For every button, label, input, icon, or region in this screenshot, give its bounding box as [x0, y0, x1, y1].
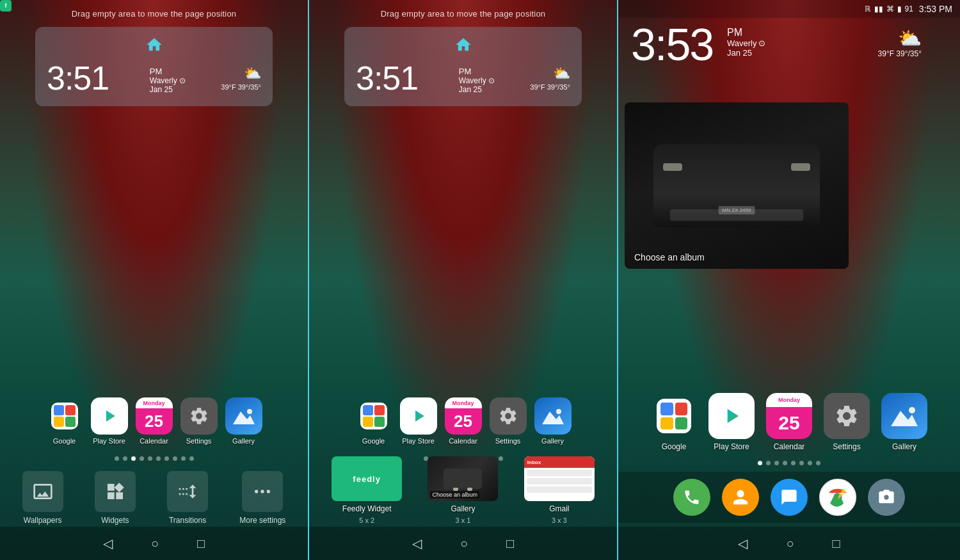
menu-item-widgets[interactable]: Widgets — [95, 471, 136, 525]
gallery-widget-thumb: Choose an album — [428, 456, 498, 501]
rdot-2[interactable] — [774, 461, 779, 465]
nav-recent-left[interactable]: □ — [197, 536, 205, 551]
calendar-label-left: Calendar — [140, 437, 168, 445]
nav-recent-mid[interactable]: □ — [506, 536, 514, 551]
dock-phone[interactable] — [673, 479, 710, 516]
gallery-bg-left — [225, 397, 262, 435]
gallery-mountain-svg-left — [233, 406, 255, 426]
right-ampm: PM — [727, 27, 765, 38]
dot-0[interactable] — [115, 456, 119, 461]
settings-icon-left — [180, 397, 218, 435]
dot-4[interactable] — [148, 456, 152, 461]
gmail-row-1 — [527, 470, 592, 476]
middle-city: Waverly ⊙ — [459, 76, 495, 85]
dot-5[interactable] — [156, 456, 161, 461]
gallery-bg-right — [881, 393, 927, 439]
svg-point-6 — [556, 409, 561, 414]
middle-nav-bar: ◁ ○ □ — [309, 527, 617, 560]
calendar-icon-left: Monday 25 — [136, 397, 173, 435]
settings-bg-mid — [490, 397, 527, 435]
app-item-google-right[interactable]: Google — [651, 393, 697, 451]
dot-9[interactable] — [189, 456, 194, 461]
app-item-google-mid[interactable]: Google — [355, 397, 392, 445]
dot-2-active[interactable] — [131, 456, 136, 461]
app-item-calendar-right[interactable]: Monday 25 Calendar — [766, 393, 812, 451]
dot-8[interactable] — [181, 456, 186, 461]
gallery-mountain-svg-right — [891, 404, 918, 428]
rdot-5[interactable] — [799, 461, 804, 465]
rdot-0-active[interactable] — [758, 461, 762, 465]
dock-messages[interactable] — [771, 479, 808, 516]
svg-marker-7 — [891, 411, 918, 426]
google-label-left: Google — [53, 437, 76, 445]
app-item-google-left[interactable]: Google — [46, 397, 83, 445]
nav-back-mid[interactable]: ◁ — [412, 536, 422, 551]
nav-recent-right[interactable]: □ — [833, 536, 840, 551]
menu-item-transitions[interactable]: Transitions — [167, 471, 208, 525]
app-item-gallery-left[interactable]: Gallery — [225, 397, 262, 445]
dot-7[interactable] — [173, 456, 177, 461]
nav-home-mid[interactable]: ○ — [460, 536, 468, 551]
app-item-gallery-mid[interactable]: Gallery — [534, 397, 572, 445]
car-simple — [444, 468, 482, 489]
dot-3[interactable] — [140, 456, 144, 461]
dock-camera[interactable] — [868, 479, 905, 516]
middle-clock-time: 3:51 — [356, 61, 418, 95]
dock-contacts[interactable] — [722, 479, 759, 516]
photo-widget[interactable]: MN ZX 2456 Choose an album — [625, 102, 849, 269]
gallery-icon-left — [225, 397, 262, 435]
rdot-4[interactable] — [791, 461, 796, 465]
nav-home-right[interactable]: ○ — [786, 536, 794, 551]
dot-6[interactable] — [164, 456, 169, 461]
app-item-playstore-left[interactable]: Play Store — [91, 397, 128, 445]
transitions-label: Transitions — [169, 516, 206, 525]
rdot-6[interactable] — [808, 461, 812, 465]
middle-weather-temp: 39°F 39°/35° — [530, 83, 570, 91]
rdot-3[interactable] — [783, 461, 787, 465]
rdot-7[interactable] — [816, 461, 820, 465]
middle-widget-home-icon — [356, 36, 570, 56]
app-item-settings-left[interactable]: Settings — [180, 397, 218, 445]
settings-icon-right — [824, 393, 870, 439]
right-panel: ℝ ▮▮ ⌘ ▮ 91 3:53 PM 3:53 PM Waverly ⊙ Ja… — [618, 0, 960, 560]
nav-home-left[interactable]: ○ — [151, 536, 159, 551]
app-item-gallery-right[interactable]: Gallery — [881, 393, 927, 451]
gallery-icon-mid — [534, 397, 572, 435]
svg-point-4 — [267, 490, 270, 493]
app-item-calendar-left[interactable]: Monday 25 Calendar — [136, 397, 173, 445]
widget-home-icon — [47, 36, 261, 56]
google-grid-left — [51, 403, 78, 429]
signal-icon: ▮▮ — [874, 4, 883, 13]
gmail-widget-choice[interactable]: Inbox Gmail 3 x 3 — [524, 456, 595, 524]
settings-bg — [180, 397, 218, 435]
nav-back-right[interactable]: ◁ — [738, 536, 748, 551]
dot-1[interactable] — [123, 456, 127, 461]
menu-item-wallpapers[interactable]: Wallpapers — [22, 471, 63, 525]
feedly-widget-choice[interactable]: feedly Feedly Widget 5 x 2 — [332, 456, 402, 524]
playstore-icon-left — [91, 397, 128, 435]
weather-temp: 39°F 39°/35° — [221, 83, 261, 91]
menu-item-more-settings[interactable]: More settings — [239, 471, 285, 525]
more-settings-label: More settings — [239, 516, 285, 525]
dock-chrome[interactable] — [819, 479, 856, 516]
play-triangle-svg-right — [719, 404, 744, 428]
status-time: 3:53 PM — [919, 4, 952, 14]
cal-month-text: Monday — [143, 400, 164, 406]
left-widget-meta: PM Waverly ⊙ Jan 25 — [150, 67, 186, 94]
transitions-icon — [167, 471, 208, 512]
app-item-playstore-mid[interactable]: Play Store — [400, 397, 437, 445]
app-item-calendar-mid[interactable]: Monday 25 Calendar — [445, 397, 482, 445]
app-item-settings-right[interactable]: Settings — [824, 393, 870, 451]
gear-svg-left — [189, 406, 209, 426]
nav-back-left[interactable]: ◁ — [103, 536, 113, 551]
rdot-1[interactable] — [766, 461, 771, 465]
google-icon-left — [46, 397, 83, 435]
right-weather-icon: ⛅ — [878, 27, 922, 49]
cal-pink-bg: Monday 25 — [136, 397, 173, 435]
gallery-widget-choice[interactable]: Choose an album Gallery 3 x 1 — [428, 456, 498, 524]
app-item-playstore-right[interactable]: Play Store — [708, 393, 755, 451]
car-plate: MN ZX 2456 — [719, 206, 755, 214]
more-settings-icon — [242, 471, 283, 512]
calendar-label-mid: Calendar — [449, 437, 477, 445]
app-item-settings-mid[interactable]: Settings — [490, 397, 527, 445]
